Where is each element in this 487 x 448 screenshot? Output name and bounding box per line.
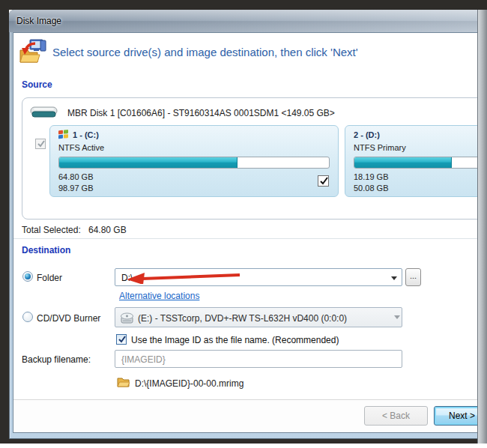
partition-filesystem: NTFS Primary: [354, 143, 406, 152]
partition-usage-bar: [58, 157, 330, 169]
red-arrow-annotation: [126, 272, 244, 284]
window-right-border: [477, 10, 487, 444]
alternative-locations-link[interactable]: Alternative locations: [119, 291, 199, 301]
partition-filesystem: NTFS Active: [58, 143, 104, 152]
backup-filename-label: Backup filename:: [22, 354, 91, 365]
cd-drive-icon: [120, 311, 134, 324]
source-heading: Source: [22, 79, 52, 90]
folder-radio[interactable]: [22, 271, 33, 282]
header-instruction: Select source drive(s) and image destina…: [52, 46, 358, 58]
disk-group: MBR Disk 1 [C01606A6] - ST9160314AS 0001…: [22, 97, 486, 220]
footer-divider: [13, 399, 487, 400]
windows-logo-icon: [58, 129, 69, 140]
back-button[interactable]: < Back: [364, 406, 428, 426]
backup-filename-value: {IMAGEID}: [121, 354, 166, 365]
partition-total-size: 50.08 GB: [354, 184, 388, 193]
background-bottom: [0, 439, 487, 444]
use-image-id-label: Use the Image ID as the file name. (Reco…: [131, 335, 339, 345]
cd-dvd-burner-radio-label: CD/DVD Burner: [37, 313, 100, 324]
window-title: Disk Image: [16, 16, 61, 26]
folder-radio-label: Folder: [37, 273, 62, 283]
partition-usage-bar: [354, 157, 487, 169]
disk-image-wizard-icon: [19, 39, 47, 64]
destination-heading: Destination: [22, 245, 70, 255]
folder-icon: [117, 376, 130, 388]
burner-device-combobox[interactable]: (E:) - TSSTcorp, DVD+-RW TS-L632H vD400 …: [115, 307, 402, 327]
hard-disk-icon: [30, 103, 58, 121]
partition-c-checkbox[interactable]: [318, 175, 329, 187]
background-top: [0, 0, 487, 10]
backup-filename-input[interactable]: {IMAGEID}: [115, 350, 402, 368]
disk-title: MBR Disk 1 [C01606A6] - ST9160314AS 0001…: [67, 108, 335, 118]
total-selected-value: 64.80 GB: [88, 225, 127, 235]
partition-used-size: 64.80 GB: [58, 172, 93, 181]
background-left: [0, 10, 9, 444]
section-divider: [13, 238, 487, 239]
burner-device-value: (E:) - TSSTcorp, DVD+-RW TS-L632H vD400 …: [138, 313, 347, 324]
use-image-id-checkbox[interactable]: [116, 334, 127, 345]
partition-used-size: 18.19 GB: [354, 172, 388, 181]
title-bar[interactable]: Disk Image: [9, 10, 487, 32]
output-path: D:\{IMAGEID}-00-00.mrimg: [135, 378, 244, 389]
total-selected-label: Total Selected:: [22, 225, 81, 235]
browse-button[interactable]: ...: [405, 268, 421, 286]
disk-image-window: Disk Image Select source drive(s) and im…: [9, 10, 487, 439]
partition-card-d[interactable]: 2 - (D:) NTFS Primary 18.19 GB 50.08 GB: [345, 125, 487, 197]
disk-select-checkbox[interactable]: [35, 139, 46, 149]
partition-name: 2 - (D:): [354, 130, 380, 139]
partition-usage-fill: [354, 157, 452, 168]
partition-name: 1 - (C:): [73, 130, 99, 139]
cd-dvd-burner-radio[interactable]: [22, 312, 33, 322]
partition-total-size: 98.97 GB: [58, 184, 93, 193]
partition-card-c[interactable]: 1 - (C:) NTFS Active 64.80 GB 98.97 GB: [49, 125, 339, 197]
dialog-content: Select source drive(s) and image destina…: [13, 32, 487, 433]
partition-usage-fill: [59, 157, 238, 168]
chevron-down-icon[interactable]: [387, 269, 399, 285]
